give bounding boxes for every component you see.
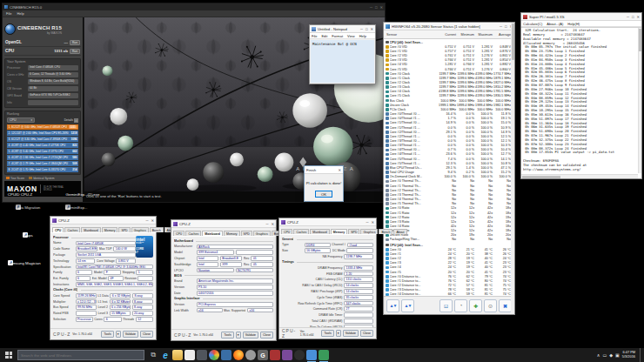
minimize-icon[interactable]: ─ — [627, 13, 629, 21]
close-button[interactable]: Close — [140, 331, 153, 338]
validate-button[interactable]: Validate — [123, 331, 138, 338]
sensor-row[interactable]: Total CPU Usage 9.4 % 0.2 % 100.0 % 15.2… — [384, 171, 511, 175]
ok-button[interactable]: OK — [315, 191, 332, 198]
sensor-row[interactable]: Core #4/Thread #0 ... 0.7 % 0.0 % 100.0 … — [384, 148, 511, 152]
sensor-row[interactable]: Core #0 Distance to... 76 °C 62 °C 79 °C… — [384, 274, 511, 278]
tray-volume-icon[interactable]: ◆ — [609, 352, 613, 358]
tools-button[interactable]: Tools — [221, 332, 233, 339]
tools-dropdown-icon[interactable]: ▾ — [336, 330, 341, 337]
hwinfo-title-bar[interactable]: HWiNFO64 v5.20-2680 Sensor Status [1 val… — [384, 23, 514, 30]
monitor-app-icon[interactable] — [197, 350, 207, 360]
hwinfo-column-headers[interactable]: Sensor Current Minimum Maximum Average — [384, 30, 514, 39]
close-sensors-icon[interactable]: ✖ — [499, 299, 512, 312]
maximize-icon[interactable]: □ — [505, 23, 507, 30]
desktop-icon-gemini[interactable]: GeminiExp... — [54, 205, 99, 210]
reset-clock-icon[interactable]: ◔ — [454, 299, 467, 312]
ranking-filter-dropdown[interactable]: CPU▾ — [7, 117, 35, 123]
sensor-row[interactable]: Core #5/Thread #1 ... 12.3 % 0.0 % 100.0… — [384, 161, 511, 165]
minimize-icon[interactable]: ─ — [146, 217, 149, 225]
sensor-row[interactable]: Core #0/Thread #0 ... 16.4 % 0.0 % 100.0… — [384, 112, 511, 117]
sensor-row[interactable]: Bus Clock 100.0 MHz 100.0 MHz 100.0 MHz … — [384, 98, 511, 103]
remote-sensor-icon[interactable]: ⊡ — [439, 299, 453, 312]
superpi-vertical-scrollbar[interactable] — [638, 28, 641, 173]
menu-item[interactable]: About...(A) — [547, 22, 563, 26]
superpi-horizontal-scrollbar[interactable] — [521, 174, 638, 178]
sensor-row[interactable]: Core #2 VID 0.761 V 0.751 V 1.276 V 0.86… — [384, 53, 511, 57]
validate-button[interactable]: Validate — [343, 330, 359, 337]
cpu-run-button[interactable]: Run — [70, 49, 80, 54]
desktop-icon-samsung-magician[interactable]: Samsung Magician — [2, 261, 47, 265]
close-icon[interactable]: ✕ — [370, 25, 373, 33]
validate-button[interactable]: Validate — [243, 332, 258, 339]
cpuz-title-bar[interactable]: CPU-Z ─✕ — [50, 217, 156, 225]
sensor-row[interactable]: Core #2 Clock 1199.7 MHz 1199.6 MHz 4199… — [384, 80, 511, 84]
sensor-row[interactable]: Core #4 Clock 4198.8 MHz 1199.6 MHz 4199… — [384, 90, 511, 94]
tools-button[interactable]: Tools — [321, 330, 333, 337]
store-icon[interactable] — [184, 350, 195, 360]
g-app-icon[interactable]: G — [258, 350, 268, 360]
sensor-row[interactable]: Core #2 Ratio 12x 12x 42x 19x — [384, 215, 511, 219]
close-icon[interactable]: ✕ — [379, 3, 383, 11]
sensor-row[interactable]: Core #2/Thread #1 ... 0.0 % 0.0 % 100.0 … — [384, 134, 511, 138]
sensor-row[interactable]: Core #0 VID 0.751 V 0.751 V 1.281 V 0.84… — [384, 44, 511, 49]
close-icon[interactable]: ✕ — [271, 220, 274, 228]
sensor-row[interactable]: Uncore Clock 1999.1 MHz 1899.4 MHz 1999.… — [384, 103, 511, 107]
sensor-row[interactable]: Core #3/Thread #1 ... 0.0 % 0.0 % 100.0 … — [384, 144, 511, 148]
sensor-row[interactable]: Package/Ring Ther... No No No No — [384, 238, 511, 242]
maximize-icon[interactable]: □ — [632, 13, 634, 21]
column-minimum[interactable]: Minimum — [456, 33, 474, 37]
settings-gear-icon[interactable]: ⊙ — [484, 299, 497, 312]
cpuz-title-bar[interactable]: CPU-Z ─✕ — [279, 218, 376, 226]
sensor-row[interactable]: Core #1 VID 0.757 V 0.751 V 1.281 V 0.87… — [384, 49, 511, 53]
gray-app-icon[interactable] — [245, 350, 256, 360]
start-button[interactable] — [0, 348, 17, 362]
ranking-row[interactable]: 5. 4C/8T @ 3.40 GHz, Intel Core i7-3770 … — [7, 149, 78, 154]
menu-item[interactable]: Calculate(C) — [523, 22, 542, 26]
chart-app-icon[interactable] — [319, 350, 329, 360]
close-icon[interactable]: ✕ — [371, 218, 374, 226]
ranking-row[interactable]: 8. 2C/4T @ 1.70 GHz, Intel Core i5-3317U… — [7, 167, 78, 172]
menu-item[interactable]: Help — [17, 11, 23, 16]
desktop-icon-fraps[interactable]: Fraps — [5, 233, 50, 238]
menu-item[interactable]: Format — [332, 34, 343, 38]
sensor-row[interactable]: Core #4 Distance to... 66 °C 59 °C 81 °C… — [384, 292, 511, 296]
sensor-row[interactable]: Core #5 20 °C 20 °C 41 °C 23 °C — [384, 270, 511, 274]
task-view-icon[interactable]: ⧉ — [148, 350, 158, 360]
minimize-icon[interactable]: ─ — [500, 23, 502, 30]
tray-network-icon[interactable]: ▭ — [603, 352, 607, 358]
sensor-row[interactable]: Core #1/Thread #0 ... 14.9 % 0.0 % 100.0… — [384, 121, 511, 125]
sensor-row[interactable]: Core #4 Ratio 42x 12x 42x 18x — [384, 224, 511, 228]
sensor-row[interactable]: Core #5/Thread #0 ... 7.4 % 0.0 % 100.0 … — [384, 157, 511, 161]
sensor-row[interactable]: Core #0 24 °C 21 °C 41 °C 26 °C — [384, 247, 511, 251]
sensor-row[interactable]: Core #1 Distance to... 76 °C 62 °C 80 °C… — [384, 278, 511, 283]
sensor-row[interactable]: Core #0/Thread #1 ... 1.7 % 0.0 % 100.0 … — [384, 117, 511, 121]
menu-item[interactable]: File — [6, 11, 11, 16]
edge-icon[interactable]: e — [160, 350, 171, 360]
sensor-row[interactable]: Core #3 VID 0.766 V 0.751 V 1.281 V 0.85… — [384, 58, 511, 63]
sensor-row[interactable]: Core #2 Distance to... 72 °C 57 °C 81 °C… — [384, 283, 511, 287]
column-sensor[interactable]: Sensor — [384, 33, 438, 37]
superpi-title-bar[interactable]: Super PI / mod1.5 XS ─□✕ — [521, 13, 641, 21]
sensor-row[interactable]: Core #2 28 °C 19 °C 40 °C 24 °C — [384, 257, 511, 261]
close-icon[interactable]: ✕ — [151, 217, 154, 225]
ranking-row[interactable]: 2. 12C/24T @ 2.60 GHz, Intel Xeon CPU E5… — [7, 131, 78, 136]
hwinfo-scrollbar[interactable] — [511, 23, 514, 314]
scrollbar-thumb[interactable] — [522, 176, 560, 178]
taskbar-clock[interactable]: 6:47 PM 5/3/2016 — [622, 351, 635, 359]
sensor-row[interactable]: Core #1 24 °C 20 °C 38 °C 26 °C — [384, 251, 511, 256]
blue-app-icon[interactable] — [221, 350, 231, 360]
sensor-row[interactable]: Core #4 24 °C 19 °C 40 °C 23 °C — [384, 265, 511, 270]
maximize-icon[interactable]: □ — [375, 3, 378, 11]
ranking-row[interactable]: 6. 4C/8T @ 2.84 GHz, Intel Core i7-2720Q… — [7, 155, 78, 160]
dialog-title-bar[interactable]: Finish ✕ — [305, 166, 343, 174]
sensor-row[interactable]: Core #0 Ratio 12x 12x 42x 18x — [384, 206, 511, 211]
close-icon[interactable]: ✕ — [338, 166, 341, 174]
sensor-row[interactable]: Core #0 Clock 1199.7 MHz 1199.6 MHz 4199… — [384, 71, 511, 76]
start-logging-icon[interactable]: ✚ — [469, 299, 482, 312]
sensor-row[interactable]: Core #4/Thread #1 ... 23.6 % 0.0 % 100.0… — [384, 152, 511, 157]
firefox-icon[interactable] — [233, 350, 244, 360]
sensor-row[interactable]: Core #3 Clock 1199.7 MHz 1199.6 MHz 4199… — [384, 85, 511, 90]
sensor-row[interactable]: Core #3 Thermal Th... No No No No — [384, 192, 511, 197]
sensor-row[interactable]: Core #1 Thermal Th... No No No No — [384, 184, 511, 188]
menu-item[interactable]: View — [347, 34, 355, 38]
